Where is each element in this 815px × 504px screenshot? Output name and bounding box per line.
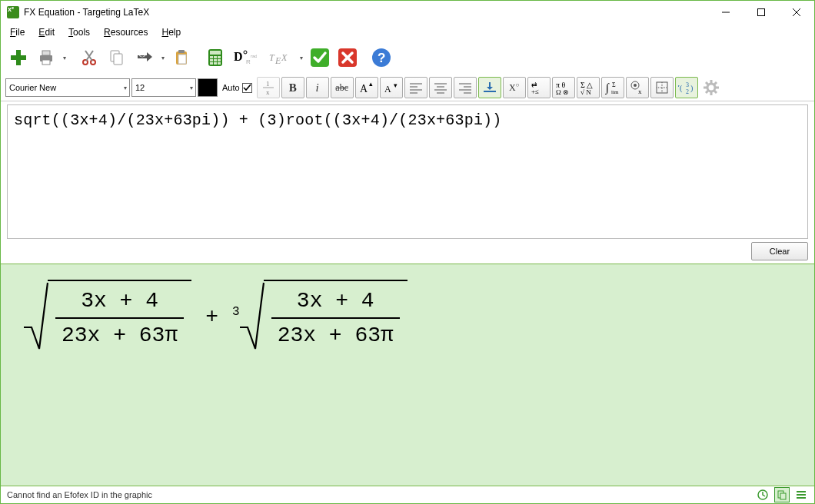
sqrt-numerator: 3x + 4 <box>75 287 165 317</box>
align-baseline-icon <box>482 81 497 94</box>
superscript-inc-button[interactable]: A▴ <box>355 77 378 98</box>
binomial-palette-button[interactable]: ʼ(32) <box>675 77 698 98</box>
swap-icon: <> <box>135 48 155 67</box>
menu-tools[interactable]: Tools <box>62 25 96 39</box>
help-button[interactable]: ? <box>368 45 394 71</box>
svg-line-89 <box>706 82 708 85</box>
status-bar: Cannot find an Efofex ID in the graphic <box>1 486 814 503</box>
root-index: 3 <box>232 305 240 319</box>
menu-bar: File Edit Tools Resources Help <box>1 24 814 41</box>
svg-text:√ N: √ N <box>580 88 591 94</box>
greek-palette-button[interactable]: π θΩ ⊗ <box>552 77 575 98</box>
options-menu-button[interactable] <box>794 488 808 502</box>
svg-text:A: A <box>384 84 391 94</box>
svg-text:▴: ▴ <box>369 80 373 88</box>
window-controls <box>708 1 814 24</box>
tex-icon: TEX <box>269 50 294 65</box>
align-right-button[interactable] <box>454 77 477 98</box>
menu-edit[interactable]: Edit <box>32 25 61 39</box>
calculator-button[interactable] <box>202 45 228 71</box>
equation-preview: 3x + 4 23x + 63π + 3 3x + 4 23x + 63π <box>1 264 814 486</box>
fraction-icon: 1x <box>261 80 275 95</box>
menu-resources[interactable]: Resources <box>98 25 154 39</box>
degrees-radians-icon: DRrad <box>232 48 257 67</box>
target-icon: x <box>630 80 645 95</box>
arrows-palette-button[interactable]: ⇄+≤ <box>527 77 551 98</box>
align-baseline-button[interactable] <box>478 77 501 98</box>
tex-dropdown[interactable]: ▾ <box>298 45 305 70</box>
svg-rect-8 <box>42 60 50 65</box>
copy-output-button[interactable] <box>774 487 790 502</box>
svg-text:Σ: Σ <box>612 81 616 88</box>
calculator-icon <box>206 48 225 68</box>
clear-row: Clear <box>1 240 814 264</box>
cancel-button[interactable] <box>334 45 361 71</box>
align-right-icon <box>457 81 473 94</box>
titlebar: FX Equation - Targeting LaTeX <box>1 1 814 24</box>
cut-button[interactable] <box>76 45 102 71</box>
copy-icon <box>108 48 126 67</box>
matrix-icon <box>654 80 670 95</box>
menu-help[interactable]: Help <box>155 25 187 39</box>
help-icon: ? <box>371 48 391 68</box>
svg-text:x: x <box>638 88 642 95</box>
svg-rect-95 <box>780 493 786 499</box>
print-icon <box>37 48 55 67</box>
svg-rect-17 <box>178 50 185 53</box>
print-dropdown[interactable]: ▾ <box>61 45 68 70</box>
root-numerator: 3x + 4 <box>291 287 381 317</box>
clear-button[interactable]: Clear <box>751 242 808 260</box>
font-size-combo[interactable]: 12▾ <box>131 78 196 97</box>
italic-button[interactable]: i <box>306 77 329 98</box>
root-denominator: 23x + 63π <box>271 317 400 349</box>
svg-line-90 <box>714 91 717 93</box>
svg-rect-21 <box>210 56 213 58</box>
svg-rect-22 <box>214 56 217 58</box>
integral-icon: ∫Σlim <box>604 80 621 95</box>
maximize-button[interactable] <box>743 1 779 24</box>
svg-text:3: 3 <box>686 81 689 88</box>
tex-target-button[interactable]: TEX <box>267 45 296 71</box>
svg-point-84 <box>707 84 715 91</box>
accept-button[interactable] <box>307 45 333 71</box>
align-left-button[interactable] <box>404 77 427 98</box>
settings-button[interactable] <box>700 77 723 98</box>
new-button[interactable] <box>5 45 32 71</box>
svg-rect-28 <box>214 62 217 65</box>
paste-icon <box>172 48 191 67</box>
svg-rect-23 <box>218 56 221 58</box>
strikethrough-button[interactable]: abc <box>331 77 354 98</box>
align-center-button[interactable] <box>429 77 452 98</box>
close-button[interactable] <box>779 1 814 24</box>
svg-text:lim: lim <box>611 89 619 95</box>
auto-color-checkbox[interactable]: Auto <box>222 83 252 93</box>
svg-text:X: X <box>281 52 288 63</box>
print-button[interactable] <box>33 45 59 71</box>
cancel-icon <box>338 48 358 68</box>
swap-dropdown[interactable]: ▾ <box>159 45 167 70</box>
minimize-button[interactable] <box>708 1 743 24</box>
fraction-button[interactable]: 1x <box>257 77 280 98</box>
matrix-palette-button[interactable] <box>650 77 674 98</box>
app-icon <box>7 6 19 18</box>
font-family-combo[interactable]: Courier New▾ <box>5 78 130 97</box>
sigma-triangle-icon: Σ △√ N <box>580 81 597 94</box>
menu-file[interactable]: File <box>4 25 31 39</box>
align-center-icon <box>433 81 448 94</box>
svg-rect-14 <box>114 54 122 65</box>
paste-button[interactable] <box>168 45 195 71</box>
integral-palette-button[interactable]: ∫Σlim <box>601 77 624 98</box>
equation-code-input[interactable] <box>8 105 807 236</box>
shapes-palette-button[interactable]: Σ △√ N <box>577 77 600 98</box>
copy-button[interactable] <box>104 45 130 71</box>
deg-rad-button[interactable]: DRrad <box>230 45 259 71</box>
history-status-button[interactable] <box>756 488 770 502</box>
exponent-palette-button[interactable]: X○ <box>503 77 526 98</box>
bold-button[interactable]: B <box>281 77 304 98</box>
font-color-swatch[interactable] <box>198 78 218 97</box>
superscript-dec-button[interactable]: A▾ <box>380 77 403 98</box>
font-size-value: 12 <box>135 83 145 92</box>
functions-palette-button[interactable]: x <box>626 77 649 98</box>
radical-icon <box>22 280 48 350</box>
swap-button[interactable]: <> <box>131 45 158 71</box>
